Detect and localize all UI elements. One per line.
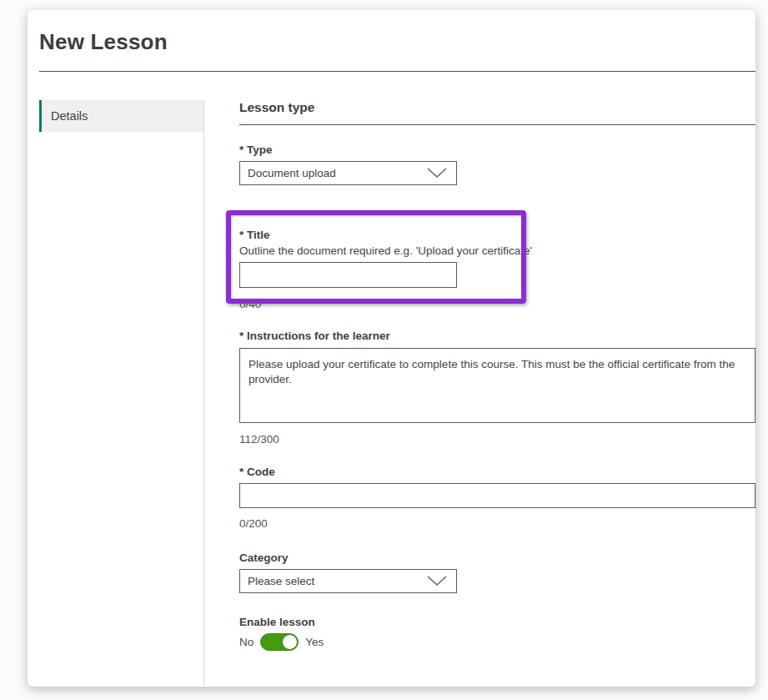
enable-lesson-field-group: Enable lesson No Yes	[239, 616, 755, 651]
new-lesson-panel: New Lesson Details Lesson type * Type Do…	[28, 10, 755, 687]
code-input[interactable]	[239, 483, 755, 508]
category-field-group: Category Please select	[239, 551, 755, 593]
enable-lesson-toggle-row: No Yes	[239, 633, 755, 651]
instructions-field-group: * Instructions for the learner Please up…	[239, 330, 755, 446]
header-divider	[39, 71, 755, 72]
instructions-textarea[interactable]: Please upload your certificate to comple…	[239, 348, 755, 423]
content-row: Details Lesson type * Type Document uplo…	[28, 100, 755, 686]
toggle-off-label: No	[239, 636, 253, 648]
category-select[interactable]: Please select	[239, 569, 457, 593]
toggle-on-label: Yes	[305, 636, 324, 648]
title-label: * Title	[239, 229, 755, 242]
instructions-counter: 112/300	[239, 433, 755, 446]
code-field-group: * Code 0/200	[239, 466, 755, 530]
sidebar: Details	[39, 100, 204, 686]
chevron-down-icon	[426, 167, 448, 181]
title-hint: Outline the document required e.g. 'Uplo…	[239, 244, 755, 259]
type-field-group: * Type Document upload	[239, 144, 755, 185]
chevron-down-icon	[426, 575, 448, 589]
title-input[interactable]	[239, 262, 457, 288]
instructions-label: * Instructions for the learner	[239, 330, 755, 343]
category-label: Category	[239, 551, 755, 565]
title-counter: 0/40	[239, 298, 755, 310]
code-label: * Code	[239, 466, 755, 479]
enable-lesson-label: Enable lesson	[239, 616, 755, 629]
toggle-knob	[282, 634, 298, 650]
sidebar-item-details[interactable]: Details	[39, 100, 203, 132]
lesson-form: Lesson type * Type Document upload * Tit…	[239, 100, 755, 686]
type-select[interactable]: Document upload	[239, 161, 457, 185]
page-title: New Lesson	[39, 28, 755, 56]
type-label: * Type	[239, 144, 755, 157]
code-counter: 0/200	[239, 517, 755, 530]
sidebar-item-label: Details	[51, 109, 88, 123]
enable-lesson-toggle[interactable]	[260, 633, 299, 651]
section-heading: Lesson type	[239, 100, 755, 125]
title-field-group: * Title Outline the document required e.…	[239, 229, 755, 310]
category-select-value: Please select	[248, 575, 314, 587]
type-select-value: Document upload	[248, 167, 336, 179]
